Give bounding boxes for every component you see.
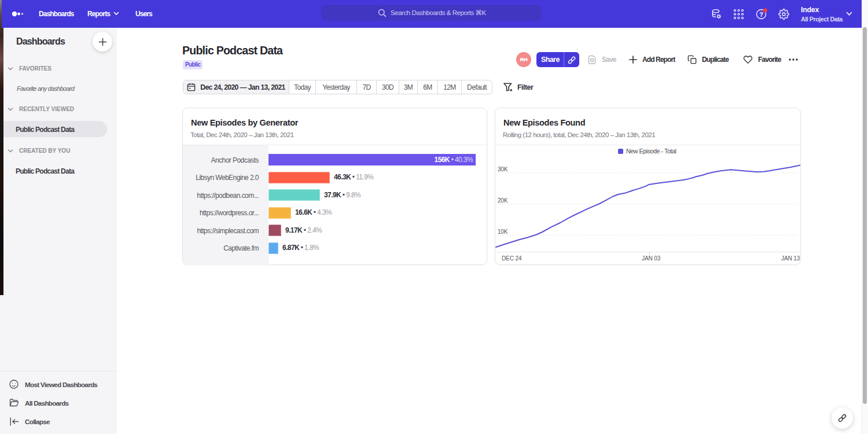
svg-text:?: ? <box>759 11 763 18</box>
